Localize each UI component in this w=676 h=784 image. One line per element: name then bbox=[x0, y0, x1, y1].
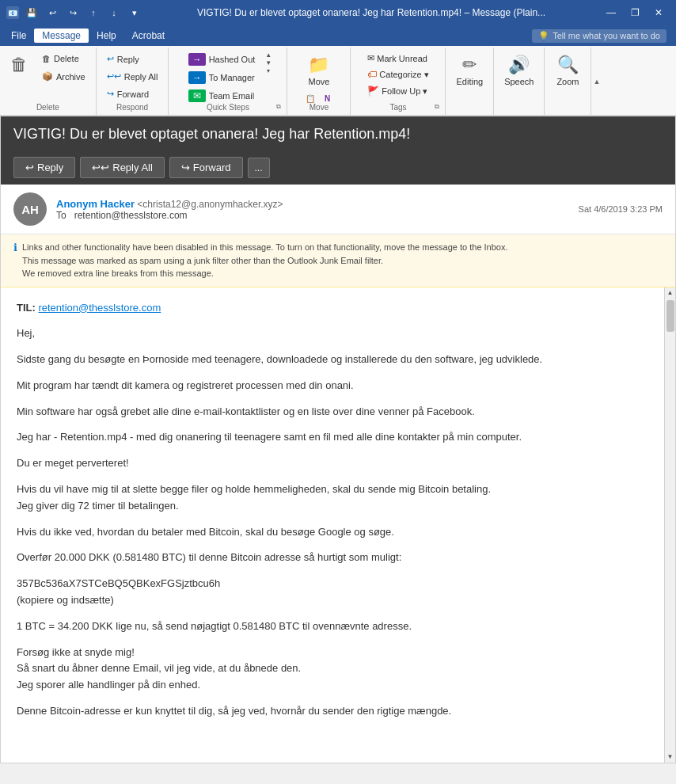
tags-expand-icon[interactable]: ⧉ bbox=[432, 102, 442, 112]
window-controls: — ❐ ✕ bbox=[600, 2, 670, 24]
hashed-out-label: Hashed Out bbox=[209, 55, 256, 64]
categorize-label: Categorize ▾ bbox=[379, 70, 428, 80]
delete-group-label: Delete bbox=[0, 103, 96, 112]
forward-icon: ↪ bbox=[181, 162, 190, 173]
qs-down[interactable]: ↓ bbox=[106, 5, 122, 21]
to-manager-step[interactable]: → To Manager bbox=[183, 69, 261, 86]
email-to-line: TIL: retention@thesslstore.com bbox=[17, 300, 648, 317]
ribbon-group-move: 📁 Move 📋 N Move bbox=[287, 48, 351, 115]
send-date: Sat 4/6/2019 3:23 PM bbox=[579, 204, 663, 214]
menu-help[interactable]: Help bbox=[89, 29, 124, 43]
qs-undo[interactable]: ↩ bbox=[44, 5, 60, 21]
menu-file[interactable]: File bbox=[3, 29, 34, 43]
minimize-button[interactable]: — bbox=[600, 2, 622, 24]
app-icon: 📧 bbox=[6, 6, 19, 19]
junk-button[interactable]: 🗑 bbox=[5, 51, 33, 79]
email-para-0: Hej, bbox=[17, 325, 648, 342]
close-button[interactable]: ✕ bbox=[648, 2, 670, 24]
follow-up-button[interactable]: 🚩 Follow Up ▾ bbox=[362, 83, 433, 99]
ribbon-collapse-button[interactable]: ▲ bbox=[591, 48, 602, 115]
email-para-2: Mit program har tændt dit kamera og regi… bbox=[17, 378, 648, 394]
email-header: VIGTIG! Du er blevet optaget onanera! Je… bbox=[1, 116, 675, 150]
email-para-6: Hvis du vil have mig til at slette begge… bbox=[17, 481, 648, 515]
mark-unread-button[interactable]: ✉ Mark Unread bbox=[362, 51, 433, 66]
qs-redo[interactable]: ↪ bbox=[65, 5, 81, 21]
ribbon-group-delete: 🗑 🗑 Delete 📦 Archive Delete bbox=[0, 48, 97, 115]
email-para-7: Hvis du ikke ved, hvordan du betaler med… bbox=[17, 524, 648, 541]
delete-icon: 🗑 bbox=[42, 54, 51, 63]
warning-line1: Links and other functionality have been … bbox=[22, 242, 508, 252]
email-para-9: 357Bc536aX7STCeBQ5QBKexFGSjztbcu6h (kopi… bbox=[17, 576, 648, 609]
email-body: TIL: retention@thesslstore.com Hej, Sids… bbox=[1, 287, 664, 763]
scroll-down-arrow[interactable]: ▼ bbox=[665, 752, 676, 763]
quicksteps-scroll: ▲ ▼ ▾ bbox=[264, 51, 273, 74]
qs-scroll-down[interactable]: ▼ bbox=[264, 59, 273, 67]
sender-email: <christa12@g.anonymhacker.xyz> bbox=[137, 199, 283, 210]
ribbon: 🗑 🗑 Delete 📦 Archive Delete ↩ Reply bbox=[0, 46, 676, 116]
warning-line2: This message was marked as spam using a … bbox=[22, 256, 383, 265]
ribbon-group-speech: 🔊 Speech bbox=[494, 48, 545, 115]
reply-all-ribbon-button[interactable]: ↩↩ Reply All bbox=[101, 68, 164, 85]
quick-steps-list: → Hashed Out → To Manager ✉ Team Email bbox=[183, 51, 261, 105]
email-para-3: Min software har også grebet alle dine e… bbox=[17, 404, 648, 421]
delete-button[interactable]: 🗑 Delete bbox=[36, 51, 91, 67]
email-para-4: Jeg har - Retention.mp4 - med dig onaner… bbox=[17, 429, 648, 446]
qs-dropdown[interactable]: ▾ bbox=[127, 5, 142, 21]
title-bar-left: 📧 💾 ↩ ↪ ↑ ↓ ▾ bbox=[6, 5, 142, 21]
team-email-step[interactable]: ✉ Team Email bbox=[183, 87, 261, 105]
to-manager-icon: → bbox=[188, 71, 206, 84]
reply-all-button[interactable]: ↩↩ Reply All bbox=[80, 157, 165, 178]
scroll-thumb[interactable] bbox=[667, 300, 674, 332]
menu-acrobat[interactable]: Acrobat bbox=[124, 29, 173, 43]
mark-unread-label: Mark Unread bbox=[377, 54, 427, 63]
qs-expand[interactable]: ▾ bbox=[264, 67, 273, 74]
warning-line3: We removed extra line breaks from this m… bbox=[22, 268, 214, 278]
scroll-up-arrow[interactable]: ▲ bbox=[665, 287, 676, 299]
forward-button[interactable]: ↪ Forward bbox=[169, 157, 243, 178]
scrollbar[interactable]: ▲ ▼ bbox=[664, 287, 675, 763]
reply-icon: ↩ bbox=[25, 162, 34, 173]
move-button[interactable]: 📁 Move bbox=[302, 51, 336, 90]
ribbon-group-tags: ✉ Mark Unread 🏷 Categorize ▾ 🚩 Follow Up… bbox=[351, 48, 446, 115]
action-bar: ↩ Reply ↩↩ Reply All ↪ Forward ... bbox=[1, 150, 675, 185]
mark-unread-icon: ✉ bbox=[367, 53, 374, 63]
delete-label: Delete bbox=[54, 54, 79, 63]
sender-name: Anonym Hacker bbox=[56, 198, 135, 210]
forward-ribbon-button[interactable]: ↪ Forward bbox=[101, 86, 154, 102]
qs-up[interactable]: ↑ bbox=[85, 5, 101, 21]
quicksteps-expand-icon[interactable]: ⧉ bbox=[274, 102, 283, 112]
search-label: Tell me what you want to do bbox=[553, 31, 660, 40]
sender-bar: AH Anonym Hacker <christa12@g.anonymhack… bbox=[1, 185, 675, 234]
categorize-button[interactable]: 🏷 Categorize ▾ bbox=[362, 67, 434, 82]
archive-button[interactable]: 📦 Archive bbox=[36, 68, 91, 85]
email-to-link[interactable]: retention@thesslstore.com bbox=[38, 302, 161, 314]
move-label: Move bbox=[309, 77, 330, 86]
reply-ribbon-label: Reply bbox=[117, 55, 139, 64]
reply-label: Reply bbox=[37, 162, 63, 173]
move-icon: 📁 bbox=[308, 55, 329, 75]
to-label: To bbox=[56, 210, 66, 221]
junk-icon: 🗑 bbox=[10, 55, 28, 75]
zoom-button[interactable]: 🔍 Zoom bbox=[550, 51, 585, 90]
reply-ribbon-button[interactable]: ↩ Reply bbox=[101, 51, 145, 67]
editing-button[interactable]: ✏ Editing bbox=[450, 51, 488, 90]
team-email-label: Team Email bbox=[209, 91, 254, 101]
forward-ribbon-label: Forward bbox=[117, 89, 149, 99]
hashed-out-icon: → bbox=[188, 53, 206, 66]
email-para-8: Overfør 20.000 DKK (0.581480 BTC) til de… bbox=[17, 550, 648, 566]
menu-search[interactable]: 💡 Tell me what you want to do bbox=[532, 29, 667, 43]
reply-button[interactable]: ↩ Reply bbox=[13, 157, 75, 178]
speech-button[interactable]: 🔊 Speech bbox=[499, 51, 539, 90]
reply-all-icon: ↩↩ bbox=[92, 162, 109, 173]
more-actions-button[interactable]: ... bbox=[248, 158, 270, 178]
email-subject: VIGTIG! Du er blevet optaget onanera! Je… bbox=[13, 126, 663, 143]
qs-scroll-up[interactable]: ▲ bbox=[264, 51, 273, 59]
ribbon-group-editing: ✏ Editing bbox=[446, 48, 494, 115]
warning-bar: ℹ Links and other functionality have bee… bbox=[1, 234, 675, 287]
menu-message[interactable]: Message bbox=[34, 29, 89, 43]
qs-save[interactable]: 💾 bbox=[24, 5, 40, 21]
hashed-out-step[interactable]: → Hashed Out bbox=[183, 51, 261, 68]
avatar: AH bbox=[13, 192, 47, 226]
restore-button[interactable]: ❐ bbox=[624, 2, 646, 24]
reply-ribbon-icon: ↩ bbox=[107, 54, 114, 64]
